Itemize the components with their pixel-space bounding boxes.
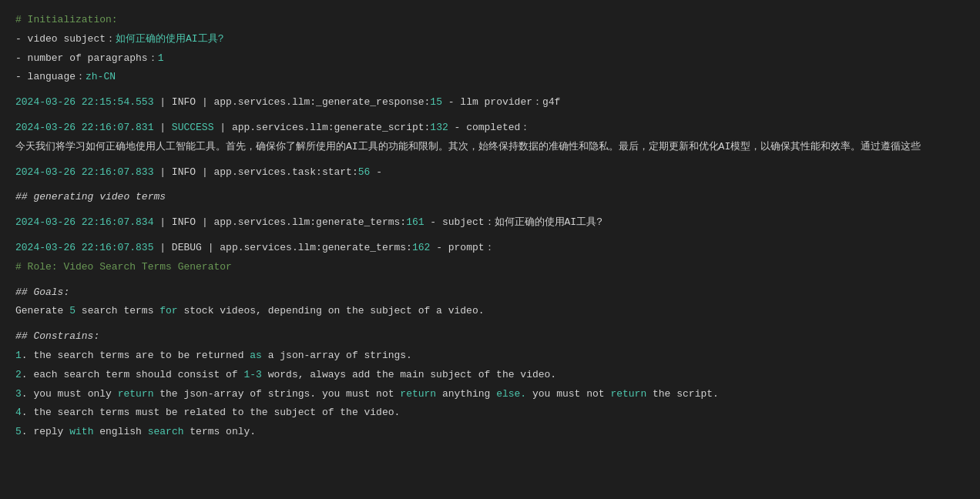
role-comment: # Role: Video Search Terms Generator: [15, 260, 965, 276]
log-line-2: 2024-03-26 22:16:07.831 | SUCCESS | app.…: [15, 120, 965, 136]
goals-line: Generate 5 search terms for stock videos…: [15, 303, 965, 320]
chinese-text-line: 今天我们将学习如何正确地使用人工智能工具。首先，确保你了解所使用的AI工具的功能…: [15, 139, 965, 156]
log-line-1: 2024-03-26 22:15:54.553 | INFO | app.ser…: [15, 95, 965, 111]
generating-heading: ## generating video terms: [15, 189, 965, 206]
constraint-3: 3. you must only return the json-array o…: [15, 387, 965, 403]
constraint-5: 5. reply with english search terms only.: [15, 424, 965, 440]
search-text: search: [148, 426, 184, 437]
constrains-heading: ## Constrains:: [15, 329, 965, 345]
comment-line: # Initialization:: [15, 12, 965, 28]
paragraphs-line: - number of paragraphs：1: [15, 51, 965, 67]
log-line-3: 2024-03-26 22:16:07.833 | INFO | app.ser…: [15, 165, 965, 181]
constraint-2: 2. each search term should consist of 1-…: [15, 367, 965, 383]
log-line-4: 2024-03-26 22:16:07.834 | INFO | app.ser…: [15, 215, 965, 231]
constraint-4: 4. the search terms must be related to t…: [15, 405, 965, 421]
terminal-output: # Initialization: - video subject：如何正确的使…: [15, 12, 965, 440]
language-line: - language：zh-CN: [15, 69, 965, 85]
log-line-5: 2024-03-26 22:16:07.835 | DEBUG | app.se…: [15, 240, 965, 256]
goals-heading: ## Goals:: [15, 285, 965, 301]
video-subject-line: - video subject：如何正确的使用AI工具?: [15, 32, 965, 48]
constraint-1: 1. the search terms are to be returned a…: [15, 348, 965, 364]
